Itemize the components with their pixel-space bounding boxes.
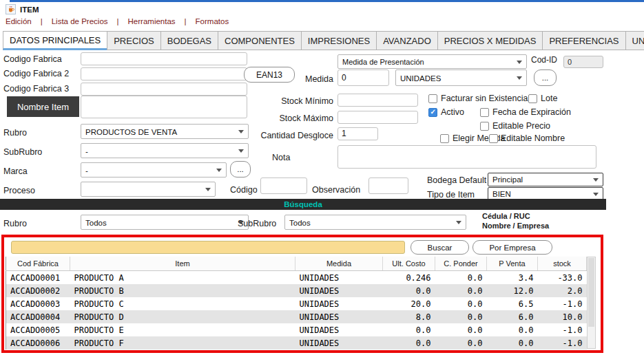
table-row[interactable]: ACCADO0004 PRODUCTO D UNIDADES 8.0 0.0 6…	[6, 310, 587, 323]
editable-nombre-label: Editable Nombre	[501, 133, 565, 143]
editable-precio-checkbox[interactable]	[480, 122, 489, 131]
menu-lista-de-precios[interactable]: Lista de Precios	[52, 17, 108, 25]
cantidad-desgloce-input[interactable]: 1	[337, 127, 378, 140]
lote-checkbox[interactable]	[528, 94, 537, 103]
header-stock[interactable]: stock	[538, 257, 587, 271]
proceso-label: Proceso	[3, 186, 35, 195]
tab-bodegas[interactable]: BODEGAS	[160, 31, 218, 50]
ean13-button[interactable]: EAN13	[244, 67, 295, 83]
activo-checkbox[interactable]	[428, 108, 437, 117]
facturar-sin-existencia-label: Facturar sin Existencia	[441, 94, 528, 103]
scrollbar-thumb[interactable]	[588, 258, 594, 327]
medida-unidad-select[interactable]: UNIDADES	[395, 69, 527, 86]
subrubro-value: -	[81, 144, 248, 158]
cell-item: PRODUCTO C	[70, 297, 295, 310]
menu-herramientas[interactable]: Herramientas	[128, 17, 176, 25]
header-cod-fabrica[interactable]: Cod Fábrica	[6, 257, 70, 271]
stock-minimo-input[interactable]	[337, 94, 418, 107]
search-query-input[interactable]	[11, 241, 405, 254]
cell-cod-fabrica: ACCADO0002	[6, 284, 70, 297]
medida-label: Medida	[289, 74, 333, 84]
marca-select[interactable]: -	[81, 162, 227, 178]
cod-id-label: Cod-ID	[531, 55, 557, 65]
codigo-fabrica-label: Codigo Fabrica	[3, 54, 62, 64]
codigo-input[interactable]	[260, 178, 307, 194]
menu-formatos[interactable]: Formatos	[196, 17, 229, 25]
cantidad-desgloce-value: 1	[342, 129, 346, 138]
medida-more-button[interactable]: ...	[534, 69, 557, 86]
header-c-ponder[interactable]: C. Ponder	[435, 257, 487, 271]
codigo-fabrica-input[interactable]	[81, 52, 247, 65]
header-medida[interactable]: Medida	[295, 257, 383, 271]
table-row[interactable]: ACCADO0001 PRODUCTO A UNIDADES 0.246 0.0…	[6, 271, 587, 285]
cell-item: PRODUCTO E	[70, 323, 295, 336]
nota-input[interactable]	[337, 145, 596, 169]
editable-precio-label: Editable Precio	[492, 121, 550, 131]
header-item[interactable]: Item	[70, 257, 295, 271]
medida-presentacion-select[interactable]: Medida de Presentación	[337, 54, 527, 69]
cell-p-venta: 3.4	[487, 271, 538, 285]
cedula-line1: Cédula / RUC	[482, 211, 549, 221]
tab-avanzado[interactable]: AVANZADO	[376, 31, 438, 50]
table-row[interactable]: ACCADO0002 PRODUCTO B UNIDADES 0.0 0.0 1…	[6, 284, 587, 297]
tab-impresiones[interactable]: IMPRESIONES	[301, 31, 377, 50]
table-row[interactable]: ACCADO0005 PRODUCTO E UNIDADES 0.0 0.0 0…	[6, 323, 587, 336]
por-empresa-button[interactable]: Por Empresa	[472, 240, 552, 255]
nombre-item-label: Nombre Item	[7, 96, 79, 117]
tab-componentes[interactable]: COMPONENTES	[218, 31, 302, 50]
search-rubro-value: Todos	[81, 215, 248, 230]
menu-separator: |	[117, 17, 119, 25]
codigo-fabrica3-input[interactable]	[81, 83, 247, 96]
tab-unir[interactable]: UNIR	[625, 31, 644, 50]
medida-qty-input[interactable]: 0	[337, 69, 389, 86]
elegir-medida-checkbox[interactable]	[440, 134, 449, 143]
java-app-icon	[6, 4, 16, 14]
busqueda-title: Búsqueda	[284, 200, 322, 208]
editable-nombre-checkbox[interactable]	[489, 134, 498, 143]
marca-more-button[interactable]: ...	[230, 161, 251, 178]
nombre-item-input[interactable]	[81, 96, 247, 118]
cell-medida: UNIDADES	[295, 297, 383, 310]
tab-datos-principales[interactable]: DATOS PRINCIPALES	[3, 31, 107, 50]
stock-maximo-input[interactable]	[337, 111, 418, 124]
facturar-sin-existencia-checkbox[interactable]	[428, 94, 437, 103]
fecha-expiracion-label: Fecha de Expiración	[492, 107, 571, 117]
dropdown-arrow-icon	[456, 221, 461, 224]
rubro-label: Rubro	[3, 128, 27, 138]
dropdown-arrow-icon	[238, 149, 244, 153]
table-scrollbar[interactable]	[587, 257, 596, 349]
codigo-fabrica2-input[interactable]	[81, 67, 247, 80]
tab-bar: DATOS PRINCIPALES PRECIOS BODEGAS COMPON…	[3, 31, 644, 50]
cell-c-ponder: 0.0	[435, 323, 487, 336]
observacion-input[interactable]	[368, 178, 408, 194]
cell-ult-costo: 8.0	[383, 310, 435, 323]
search-subrubro-select[interactable]: Todos	[284, 215, 466, 230]
tab-precios[interactable]: PRECIOS	[107, 31, 161, 50]
tipo-de-item-label: Tipo de Item	[427, 190, 475, 200]
table-row[interactable]: ACCADO0006 PRODUCTO F UNIDADES 0.0 0.0 0…	[6, 336, 587, 349]
cell-medida: UNIDADES	[295, 271, 383, 285]
cell-ult-costo: 0.0	[383, 284, 435, 297]
bodega-default-select[interactable]: Principal	[488, 173, 603, 186]
results-panel: Buscar Por Empresa Cod Fábrica Item Medi…	[1, 235, 603, 353]
subrubro-select[interactable]: -	[81, 143, 249, 158]
rubro-select[interactable]: PRODUCTOS DE VENTA	[81, 124, 249, 139]
fecha-expiracion-checkbox[interactable]	[480, 108, 489, 117]
cedula-ruc-hint: Cédula / RUC Nombre / Empresa	[482, 211, 549, 230]
cell-item: PRODUCTO F	[70, 336, 295, 349]
dropdown-arrow-icon	[593, 178, 599, 182]
proceso-select[interactable]	[81, 182, 216, 197]
medida-qty-value: 0	[342, 73, 346, 83]
table-row[interactable]: ACCADO0003 PRODUCTO C UNIDADES 20.0 0.0 …	[6, 297, 587, 310]
cell-stock: -1.0	[538, 297, 587, 310]
header-p-venta[interactable]: P Venta	[487, 257, 538, 271]
cell-item: PRODUCTO B	[70, 284, 295, 297]
header-ult-costo[interactable]: Ult. Costo	[383, 257, 435, 271]
tab-preferencias[interactable]: PREFERENCIAS	[542, 31, 625, 50]
buscar-button[interactable]: Buscar	[411, 240, 469, 255]
menu-edicion[interactable]: Edición	[6, 17, 32, 25]
tab-precios-x-medidas[interactable]: PRECIOS X MEDIDAS	[437, 31, 543, 50]
search-rubro-select[interactable]: Todos	[81, 215, 249, 230]
rubro-value: PRODUCTOS DE VENTA	[81, 125, 248, 139]
table-header-row: Cod Fábrica Item Medida Ult. Costo C. Po…	[6, 257, 587, 271]
